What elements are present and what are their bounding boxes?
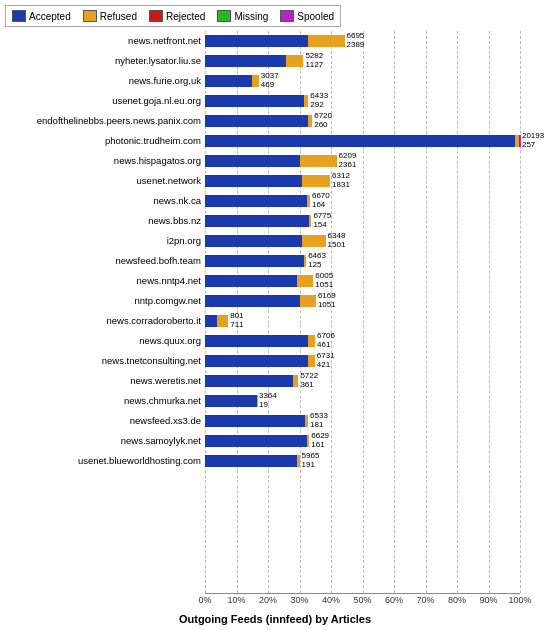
bar-value-labels: 6731421	[317, 352, 335, 370]
bar-refused	[308, 115, 312, 127]
row-label: usenet.blueworldhosting.com	[5, 455, 205, 466]
bar-segment-container	[205, 75, 259, 87]
bar-segment-container	[205, 295, 316, 307]
xtick-10%: 10%	[227, 595, 245, 605]
bar-segment-container	[205, 455, 300, 467]
row-label: endofthelinebbs.peers.news.panix.com	[5, 115, 205, 126]
bar-area: 62092361	[205, 152, 356, 170]
table-row: news.chmurka.net336419	[5, 391, 545, 410]
legend-label-accepted: Accepted	[29, 11, 71, 22]
bar-area: 61691051	[205, 292, 336, 310]
refused-value: 292	[310, 101, 328, 110]
bar-accepted	[205, 295, 300, 307]
bar-value-labels: 6706461	[317, 332, 335, 350]
row-label: news.weretis.net	[5, 375, 205, 386]
bar-area: 6706461	[205, 332, 335, 350]
bar-accepted	[205, 35, 308, 47]
bar-value-labels: 3037469	[261, 72, 279, 90]
bar-segment-container	[205, 335, 315, 347]
refused-value: 164	[312, 201, 330, 210]
refused-value: 469	[261, 81, 279, 90]
bar-accepted	[205, 95, 304, 107]
refused-value: 361	[300, 381, 318, 390]
bar-area: 801711	[205, 312, 244, 330]
bar-segment-container	[205, 95, 308, 107]
xtick-20%: 20%	[259, 595, 277, 605]
xtick-30%: 30%	[290, 595, 308, 605]
bar-value-labels: 63121831	[332, 172, 350, 190]
bar-accepted	[205, 435, 307, 447]
bar-refused	[302, 175, 330, 187]
bar-accepted	[205, 415, 305, 427]
bar-value-labels: 20193257	[522, 132, 544, 150]
refused-value: 1831	[332, 181, 350, 190]
bar-value-labels: 63481501	[328, 232, 346, 250]
table-row: usenet.blueworldhosting.com5965191	[5, 451, 545, 470]
row-label: newsfeed.bofh.team	[5, 255, 205, 266]
bar-accepted	[205, 155, 300, 167]
table-row: nyheter.lysator.liu.se52821127	[5, 51, 545, 70]
legend-color-accepted	[12, 10, 26, 22]
table-row: usenet.goja.nl.eu.org6433292	[5, 91, 545, 110]
bar-accepted	[205, 235, 302, 247]
row-label: nyheter.lysator.liu.se	[5, 55, 205, 66]
bar-area: 60051051	[205, 272, 333, 290]
row-label: i2pn.org	[5, 235, 205, 246]
row-label: news.samoylyk.net	[5, 435, 205, 446]
bar-accepted	[205, 215, 309, 227]
xtick-50%: 50%	[353, 595, 371, 605]
bar-value-labels: 336419	[259, 392, 277, 410]
bar-segment-container	[205, 375, 298, 387]
refused-value: 257	[522, 141, 544, 150]
table-row: photonic.trudheim.com20193257	[5, 131, 545, 150]
bar-area: 6720260	[205, 112, 332, 130]
legend-label-refused: Refused	[100, 11, 137, 22]
bar-refused	[293, 375, 299, 387]
bar-accepted	[205, 355, 308, 367]
bar-accepted	[205, 255, 304, 267]
bar-segment-container	[205, 195, 310, 207]
bar-accepted	[205, 135, 515, 147]
bar-segment-container	[205, 235, 326, 247]
bar-accepted	[205, 315, 217, 327]
xtick-70%: 70%	[416, 595, 434, 605]
table-row: newsfeed.xs3.de6533181	[5, 411, 545, 430]
bar-segment-container	[205, 215, 311, 227]
bar-segment-container	[205, 315, 228, 327]
bar-segment-container	[205, 55, 303, 67]
bar-segment-container	[205, 175, 330, 187]
refused-value: 2389	[347, 41, 365, 50]
row-label: news.netfront.net	[5, 35, 205, 46]
bar-area: 66952389	[205, 32, 364, 50]
bar-accepted	[205, 115, 308, 127]
bar-refused	[307, 195, 310, 207]
row-label: news.chmurka.net	[5, 395, 205, 406]
bar-segment-container	[205, 435, 309, 447]
table-row: news.corradoroberto.it801711	[5, 311, 545, 330]
bar-area: 6731421	[205, 352, 335, 370]
row-label: news.tnetconsulting.net	[5, 355, 205, 366]
bar-refused	[286, 55, 303, 67]
legend-color-missing	[217, 10, 231, 22]
row-label: usenet.network	[5, 175, 205, 186]
bar-segment-container	[205, 155, 337, 167]
row-label: usenet.goja.nl.eu.org	[5, 95, 205, 106]
bar-value-labels: 801711	[230, 312, 243, 330]
refused-value: 1051	[318, 301, 336, 310]
table-row: news.nntp4.net60051051	[5, 271, 545, 290]
refused-value: 181	[310, 421, 328, 430]
legend-color-spooled	[280, 10, 294, 22]
refused-value: 1501	[328, 241, 346, 250]
bar-area: 336419	[205, 392, 277, 410]
table-row: news.bbs.nz6775154	[5, 211, 545, 230]
table-row: news.netfront.net66952389	[5, 31, 545, 50]
bar-refused	[217, 315, 228, 327]
bar-refused	[300, 155, 336, 167]
row-label: nntp.comgw.net	[5, 295, 205, 306]
xtick-80%: 80%	[448, 595, 466, 605]
row-label: news.bbs.nz	[5, 215, 205, 226]
xtick-0%: 0%	[198, 595, 211, 605]
bar-refused	[300, 295, 316, 307]
bar-refused	[308, 355, 314, 367]
row-label: photonic.trudheim.com	[5, 135, 205, 146]
